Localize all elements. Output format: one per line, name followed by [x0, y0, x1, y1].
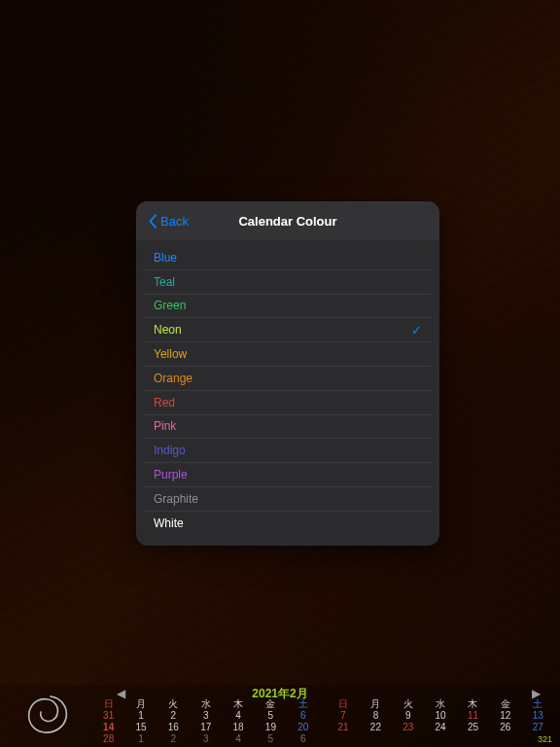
cal-cell: 4 — [222, 733, 254, 745]
colour-label: Neon — [154, 323, 182, 337]
colour-option-red[interactable]: Red✓ — [144, 391, 432, 415]
cal-cell: 金 — [255, 698, 287, 710]
cal-cell: 18 — [222, 722, 254, 733]
colour-label: Yellow — [154, 347, 187, 361]
cal-cell: 月 — [124, 698, 157, 710]
cal-cell: 31 — [92, 710, 124, 722]
cal-cell: 1 — [124, 733, 157, 745]
cal-cell — [489, 733, 521, 745]
cal-cell: 9 — [392, 710, 424, 722]
popover-title: Calendar Colour — [238, 214, 336, 229]
cal-cell: 27 — [521, 722, 554, 733]
cal-cell: 20 — [287, 722, 319, 733]
cal-cell: 1 — [124, 710, 157, 722]
cal-cell: 28 — [92, 733, 124, 745]
cal-cell: 6 — [287, 710, 319, 722]
colour-label: Blue — [154, 251, 177, 265]
colour-option-blue[interactable]: Blue✓ — [144, 246, 432, 270]
cal-cell: 22 — [360, 722, 392, 733]
colour-option-teal[interactable]: Teal✓ — [144, 270, 432, 295]
cal-cell: 3 — [190, 733, 222, 745]
cal-cell: 木 — [457, 698, 489, 710]
colour-label: Indigo — [154, 444, 186, 457]
calendar-colour-popover: Back Calendar Colour Blue✓Teal✓Green✓Neo… — [136, 201, 439, 546]
cal-cell: 金 — [489, 698, 521, 710]
colour-option-indigo[interactable]: Indigo✓ — [144, 439, 432, 463]
cal-cell: 8 — [360, 710, 392, 722]
cal-cell: 日 — [92, 698, 124, 710]
cal-cell: 火 — [392, 698, 424, 710]
colour-label: Green — [154, 299, 186, 312]
calendar-grid[interactable]: 日月火水木金土日月火水木金土31123456789101112131415161… — [92, 698, 554, 745]
cal-cell — [424, 733, 456, 745]
cal-cell: 3 — [190, 710, 222, 722]
colour-option-pink[interactable]: Pink✓ — [144, 415, 432, 440]
cal-cell: 5 — [255, 733, 287, 745]
cal-cell: 日 — [327, 698, 359, 710]
cal-cell: 21 — [327, 722, 359, 733]
cal-cell: 23 — [392, 722, 424, 733]
cal-cell: 14 — [92, 722, 124, 733]
colour-label: Purple — [154, 468, 188, 481]
colour-option-green[interactable]: Green✓ — [144, 295, 432, 319]
cal-cell: 火 — [158, 698, 190, 710]
colour-label: Teal — [154, 275, 175, 289]
colour-option-neon[interactable]: Neon✓ — [144, 318, 432, 342]
colour-label: Graphite — [154, 492, 198, 506]
cal-cell: 土 — [521, 698, 554, 710]
cal-cell: 19 — [255, 722, 287, 733]
cal-cell: 7 — [327, 710, 359, 722]
cal-cell — [392, 733, 424, 745]
calendar-strip: ◀ 2021年2月 ▶ 日月火水木金土日月火水木金土31123456789101… — [0, 685, 560, 747]
cal-cell: 2 — [158, 733, 190, 745]
colour-label: Red — [154, 396, 175, 409]
colour-label: Orange — [154, 372, 192, 385]
check-icon: ✓ — [411, 323, 422, 338]
cal-cell: 321 — [521, 733, 554, 745]
cal-cell: 11 — [457, 710, 489, 722]
cal-cell: 24 — [424, 722, 456, 733]
cal-cell: 10 — [424, 710, 456, 722]
colour-option-orange[interactable]: Orange✓ — [144, 367, 432, 391]
cal-cell: 16 — [158, 722, 190, 733]
colour-list: Blue✓Teal✓Green✓Neon✓Yellow✓Orange✓Red✓P… — [136, 240, 439, 546]
cal-cell: 17 — [190, 722, 222, 733]
cal-cell: 木 — [222, 698, 254, 710]
cal-cell: 2 — [158, 710, 190, 722]
back-label: Back — [160, 214, 189, 229]
cal-cell: 月 — [360, 698, 392, 710]
app-logo-icon — [21, 691, 72, 739]
back-button[interactable]: Back — [142, 201, 194, 240]
cal-cell: 水 — [424, 698, 456, 710]
cal-cell: 13 — [521, 710, 554, 722]
colour-option-graphite[interactable]: Graphite✓ — [144, 487, 432, 512]
chevron-left-icon — [148, 214, 158, 229]
cal-cell: 土 — [287, 698, 319, 710]
cal-cell — [457, 733, 489, 745]
cal-cell: 水 — [190, 698, 222, 710]
cal-cell: 4 — [222, 710, 254, 722]
colour-label: White — [154, 516, 184, 530]
cal-cell — [327, 733, 359, 745]
cal-cell: 6 — [287, 733, 319, 745]
cal-cell — [360, 733, 392, 745]
colour-option-yellow[interactable]: Yellow✓ — [144, 342, 432, 367]
cal-cell: 5 — [255, 710, 287, 722]
cal-cell: 25 — [457, 722, 489, 733]
cal-cell: 15 — [124, 722, 157, 733]
cal-cell: 12 — [489, 710, 521, 722]
popover-header: Back Calendar Colour — [136, 201, 439, 240]
colour-label: Pink — [154, 419, 176, 433]
colour-option-white[interactable]: White✓ — [144, 512, 432, 536]
colour-option-purple[interactable]: Purple✓ — [144, 463, 432, 487]
cal-cell: 26 — [489, 722, 521, 733]
